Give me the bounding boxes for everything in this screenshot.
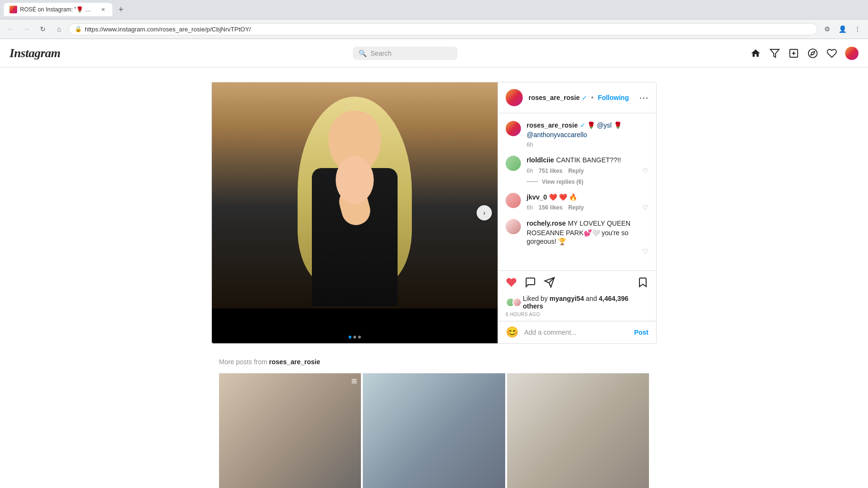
comment-1-meta: 6h 751 likes Reply ♡: [527, 167, 649, 175]
comment-2-avatar[interactable]: [506, 193, 521, 208]
multi-post-icon-1: ⊞: [351, 377, 357, 385]
liked-by-user1: myangyi54: [549, 295, 584, 302]
post-image: [212, 82, 498, 309]
liked-avatars: [506, 298, 519, 307]
post-dot-2: [353, 336, 356, 339]
active-tab[interactable]: ROSÉ on Instagram: "🌹 @ysl 🌹" ✕: [4, 3, 112, 16]
comment-1-body: rloldlciie CANTIK BANGET??!! 6h 751 like…: [527, 156, 649, 185]
comment-1-username[interactable]: rloldlciie: [527, 156, 554, 164]
comment-3-username[interactable]: rochely.rose: [527, 219, 566, 227]
caption-tag-anthony[interactable]: @anthonyvaccarello: [527, 131, 587, 139]
post-next-button[interactable]: ›: [477, 205, 492, 220]
more-post-1[interactable]: ⊞: [219, 373, 361, 488]
more-posts-grid: ⊞: [219, 373, 649, 488]
comment-3-like-button[interactable]: ♡: [642, 248, 649, 255]
view-replies-text-1: View replies (6): [542, 179, 583, 185]
liked-by-prefix: Liked by: [523, 295, 548, 302]
more-post-3[interactable]: [507, 373, 649, 488]
post-caption-area: roses_are_rosie ✓ 🌹 @ysl 🌹 @anthonyvacca…: [498, 113, 656, 270]
bookmark-button[interactable]: [637, 277, 649, 291]
post-more-button[interactable]: ⋯: [639, 92, 649, 103]
tab-close-button[interactable]: ✕: [99, 6, 107, 13]
like-button[interactable]: [506, 277, 517, 291]
more-posts-prefix: More posts from: [219, 358, 267, 366]
user-avatar-nav[interactable]: [845, 47, 858, 60]
filter-icon[interactable]: [769, 48, 780, 59]
comment-item-1: rloldlciie CANTIK BANGET??!! 6h 751 like…: [506, 156, 649, 185]
share-button[interactable]: [544, 277, 555, 291]
comment-1-reply-button[interactable]: Reply: [568, 168, 584, 174]
heart-icon[interactable]: [826, 48, 838, 59]
post-caption-item: roses_are_rosie ✓ 🌹 @ysl 🌹 @anthonyvacca…: [506, 121, 649, 148]
instagram-logo: Instagram: [10, 46, 60, 60]
browser-toolbar: ← → ↻ ⌂ 🔒 https://www.instagram.com/rose…: [0, 20, 868, 39]
post-actions: Liked by myangyi54 and 4,464,396 others …: [498, 270, 656, 321]
following-dot: •: [591, 93, 596, 101]
comment-1-like-button[interactable]: ♡: [642, 167, 649, 175]
comment-1-likes: 751 likes: [539, 168, 562, 174]
browser-tabs: ROSÉ on Instagram: "🌹 @ysl 🌹" ✕ +: [4, 3, 864, 16]
comment-2-meta: 6h 156 likes Reply ♡: [527, 204, 649, 211]
extensions-button[interactable]: ⚙: [820, 22, 834, 36]
caption-tag-ysl[interactable]: @ysl: [597, 121, 611, 129]
svg-marker-0: [770, 49, 779, 57]
instagram-header: Instagram 🔍: [0, 39, 868, 68]
address-bar[interactable]: 🔒 https://www.instagram.com/roses_are_ro…: [69, 23, 818, 35]
home-button[interactable]: ⌂: [52, 22, 66, 36]
comment-3-avatar[interactable]: [506, 219, 521, 234]
post-action-buttons: [506, 275, 649, 295]
comment-2-reply-button[interactable]: Reply: [568, 204, 584, 211]
browser-chrome: ROSÉ on Instagram: "🌹 @ysl 🌹" ✕ +: [0, 0, 868, 20]
reload-button[interactable]: ↻: [36, 22, 50, 36]
post-dot-3: [358, 336, 361, 339]
back-button[interactable]: ←: [4, 22, 17, 36]
tab-favicon: [10, 6, 17, 13]
search-input[interactable]: [370, 50, 452, 57]
liked-avatar-2: [512, 298, 522, 307]
new-tab-button[interactable]: +: [114, 3, 128, 16]
forward-button[interactable]: →: [20, 22, 33, 36]
comment-item-2: jkvv_0 ❤️ ❤️ 🔥 6h 156 likes Reply ♡: [506, 193, 649, 212]
create-icon[interactable]: [788, 48, 799, 59]
caption-time: 6h: [527, 141, 533, 148]
explore-icon[interactable]: [807, 48, 818, 59]
more-button[interactable]: ⋮: [851, 22, 864, 36]
comment-1-text-value: CANTIK BANGET??!!: [556, 156, 621, 164]
comment-2-like-button[interactable]: ♡: [642, 204, 649, 211]
caption-username[interactable]: roses_are_rosie: [527, 121, 578, 129]
comment-1-time: 6h: [527, 168, 533, 174]
lock-icon: 🔒: [75, 26, 82, 32]
post-comment-button[interactable]: Post: [634, 329, 649, 336]
liked-by-text: Liked by myangyi54 and 4,464,396 others: [523, 295, 649, 310]
post-username-area: roses_are_rosie ✓ • Following: [529, 93, 633, 102]
comment-2-text-value: ❤️ ❤️ 🔥: [549, 193, 577, 201]
profile-button[interactable]: 👤: [836, 22, 849, 36]
view-replies-1[interactable]: View replies (6): [527, 179, 649, 185]
home-icon[interactable]: [750, 48, 761, 59]
comment-2-likes: 156 likes: [539, 204, 562, 211]
comment-1-avatar[interactable]: [506, 156, 521, 171]
svg-marker-5: [811, 51, 815, 55]
post-image-section: ›: [212, 82, 498, 343]
verified-badge: ✓: [582, 94, 587, 101]
caption-avatar[interactable]: [506, 121, 521, 136]
more-posts-section: More posts from roses_are_rosie ⊞: [211, 358, 657, 488]
comment-button[interactable]: [525, 277, 536, 291]
post-container: › roses_are_rosie ✓ • Following ⋯: [211, 82, 657, 344]
more-post-2[interactable]: [363, 373, 505, 488]
more-posts-username-link[interactable]: roses_are_rosie: [269, 358, 320, 366]
comment-2-body: jkvv_0 ❤️ ❤️ 🔥 6h 156 likes Reply ♡: [527, 193, 649, 212]
comment-input[interactable]: [524, 329, 629, 336]
post-username[interactable]: roses_are_rosie: [529, 94, 579, 101]
comment-2-username[interactable]: jkvv_0: [527, 193, 547, 201]
comment-input-area: 😊 Post: [498, 321, 656, 343]
following-button[interactable]: Following: [598, 94, 629, 101]
post-dot-1: [349, 336, 351, 339]
emoji-button[interactable]: 😊: [506, 326, 519, 339]
tab-title: ROSÉ on Instagram: "🌹 @ysl 🌹": [20, 6, 96, 13]
search-bar[interactable]: 🔍: [353, 47, 458, 60]
post-dots: [349, 336, 361, 339]
post-poster-avatar[interactable]: [506, 89, 523, 106]
comment-3-meta: ♡: [527, 248, 649, 255]
comment-item-3: rochely.rose MY LOVELY QUEEN ROSEANNE PA…: [506, 219, 649, 255]
